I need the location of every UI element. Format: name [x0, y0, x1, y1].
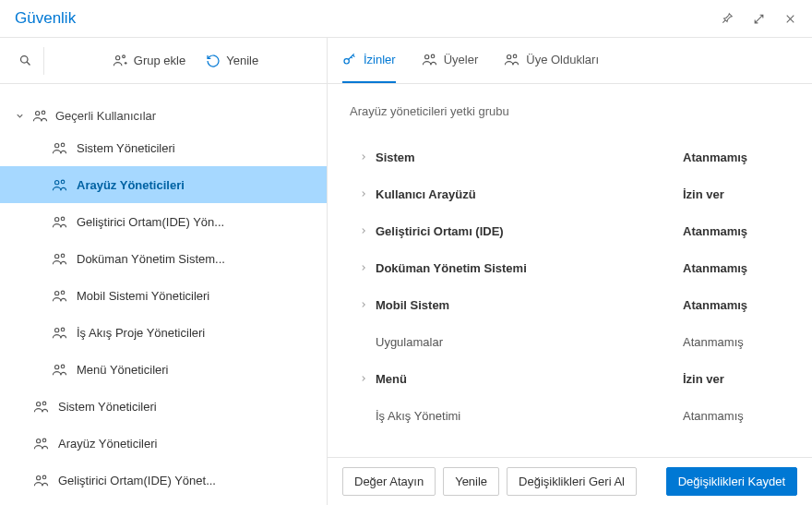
permission-label: İş Akış Yönetimi	[376, 409, 683, 423]
people-icon	[33, 399, 49, 415]
save-changes-button[interactable]: Değişiklikleri Kaydet	[666, 467, 797, 496]
revert-changes-button[interactable]: Değişiklikleri Geri Al	[507, 467, 637, 496]
svg-point-23	[37, 475, 41, 479]
permission-row[interactable]: UygulamalarAtanmamış	[346, 323, 794, 360]
tab-label: Üye Oldukları	[526, 53, 599, 66]
svg-point-4	[42, 111, 45, 114]
add-group-button[interactable]: Grup ekle	[113, 53, 185, 68]
tree-item[interactable]: Geliştirici Ortam(IDE) Yön...	[0, 203, 327, 240]
svg-point-5	[55, 143, 59, 147]
svg-point-29	[514, 54, 518, 58]
expand-icon[interactable]	[751, 11, 766, 26]
assign-value-button[interactable]: Değer Atayın	[342, 467, 436, 496]
tab-izinler[interactable]: İzinler	[342, 38, 396, 83]
permission-value[interactable]: Atanmamış	[683, 224, 784, 238]
permission-value[interactable]: Atanmamış	[683, 335, 784, 349]
chevron-right-icon[interactable]	[352, 189, 376, 198]
tree-item-label: Sistem Yöneticileri	[58, 400, 157, 414]
tree-item[interactable]: Sistem Yöneticileri	[0, 129, 327, 166]
svg-point-7	[55, 180, 59, 184]
permission-row[interactable]: Doküman Yönetim SistemiAtanmamış	[346, 249, 794, 286]
chevron-right-icon[interactable]	[352, 263, 376, 272]
chevron-right-icon[interactable]	[352, 300, 376, 309]
pin-icon[interactable]	[720, 11, 734, 26]
search-button[interactable]	[7, 47, 44, 75]
content: Arayüz yöneticileri yetki grubu SistemAt…	[328, 84, 812, 457]
group-tree: Geçerli Kullanıcılar Sistem Yöneticileri…	[0, 84, 327, 505]
chevron-right-icon[interactable]	[352, 374, 376, 383]
people-icon	[422, 52, 437, 67]
permission-value[interactable]: Atanmamış	[683, 150, 784, 164]
permission-row[interactable]: Geliştirici Ortamı (IDE)Atanmamış	[346, 212, 794, 249]
permission-value[interactable]: İzin ver	[683, 372, 784, 386]
svg-point-8	[61, 180, 65, 184]
key-icon	[342, 53, 357, 67]
svg-point-3	[36, 112, 40, 115]
close-icon[interactable]	[782, 11, 797, 26]
tree-item-label: Geliştirici Ortam(IDE) Yönet...	[58, 474, 216, 487]
footer-refresh-button[interactable]: Yenile	[443, 467, 499, 496]
right-pane: İzinlerÜyelerÜye Oldukları Arayüz yöneti…	[328, 38, 812, 505]
people-icon	[52, 288, 67, 304]
tree-item[interactable]: Menü Yöneticileri	[0, 351, 327, 388]
tree-item-label: Arayüz Yöneticileri	[58, 437, 157, 451]
titlebar: Güvenlik	[0, 0, 812, 37]
tree-item-label: İş Akış Proje Yöneticileri	[77, 326, 205, 340]
svg-point-24	[42, 475, 46, 479]
chevron-down-icon	[15, 111, 25, 121]
tab-uyeler[interactable]: Üyeler	[422, 38, 479, 83]
permission-row[interactable]: Kullanıcı Arayüzüİzin ver	[346, 175, 794, 212]
svg-point-20	[42, 402, 46, 405]
refresh-label: Yenile	[226, 54, 258, 67]
permission-label: Menü	[376, 372, 683, 386]
permission-row[interactable]: Menüİzin ver	[346, 360, 794, 397]
tree-item[interactable]: Arayüz Yöneticileri	[0, 425, 327, 462]
permission-label: Geliştirici Ortamı (IDE)	[376, 224, 683, 238]
people-icon	[52, 177, 67, 193]
permission-row[interactable]: Mobil SistemAtanmamış	[346, 286, 794, 323]
svg-point-11	[55, 254, 59, 258]
svg-point-6	[61, 143, 65, 147]
permission-value[interactable]: İzin ver	[683, 187, 784, 201]
people-icon	[52, 362, 67, 378]
svg-point-22	[42, 439, 46, 442]
tree-item[interactable]: İş Akış Proje Yöneticileri	[0, 314, 327, 351]
svg-point-16	[61, 328, 65, 331]
people-icon	[32, 108, 48, 124]
people-icon	[52, 251, 67, 267]
people-icon	[33, 473, 49, 488]
left-pane: Grup ekle Yenile	[0, 38, 328, 505]
permission-value[interactable]: Atanmamış	[683, 261, 784, 275]
left-toolbar: Grup ekle Yenile	[0, 38, 327, 84]
svg-point-1	[115, 56, 119, 60]
add-group-icon	[113, 53, 128, 68]
permission-value[interactable]: Atanmamış	[683, 298, 784, 312]
people-icon	[52, 214, 67, 230]
tree-item[interactable]: Doküman Yönetim Sistem...	[0, 240, 327, 277]
permission-label: Sistem	[376, 150, 683, 164]
chevron-right-icon[interactable]	[352, 152, 376, 162]
tree-item[interactable]: Mobil Sistemi Yöneticileri	[0, 277, 327, 314]
people-icon	[33, 436, 49, 451]
tab-label: Üyeler	[444, 53, 479, 66]
titlebar-controls	[720, 11, 797, 26]
tree-item[interactable]: Geliştirici Ortam(IDE) Yönet...	[0, 462, 327, 499]
permission-row[interactable]: SistemAtanmamış	[346, 138, 794, 175]
svg-point-12	[61, 254, 65, 258]
svg-point-14	[61, 291, 65, 295]
add-group-label: Grup ekle	[134, 54, 185, 67]
tree-root[interactable]: Geçerli Kullanıcılar	[0, 102, 327, 129]
svg-point-26	[424, 55, 428, 59]
tab-uye-olduklari[interactable]: Üye Oldukları	[504, 38, 599, 83]
permission-label: Uygulamalar	[376, 335, 683, 349]
permission-value[interactable]: Atanmamış	[683, 409, 784, 423]
tab-label: İzinler	[364, 53, 396, 66]
chevron-right-icon[interactable]	[352, 226, 376, 235]
tree-item[interactable]: Arayüz Yöneticileri	[0, 166, 327, 203]
svg-point-0	[21, 56, 29, 64]
svg-point-19	[37, 402, 41, 405]
permission-row[interactable]: İş Akış YönetimiAtanmamış	[346, 397, 794, 434]
tree-item[interactable]: Sistem Yöneticileri	[0, 388, 327, 425]
refresh-button[interactable]: Yenile	[206, 54, 258, 68]
svg-point-18	[61, 365, 65, 368]
